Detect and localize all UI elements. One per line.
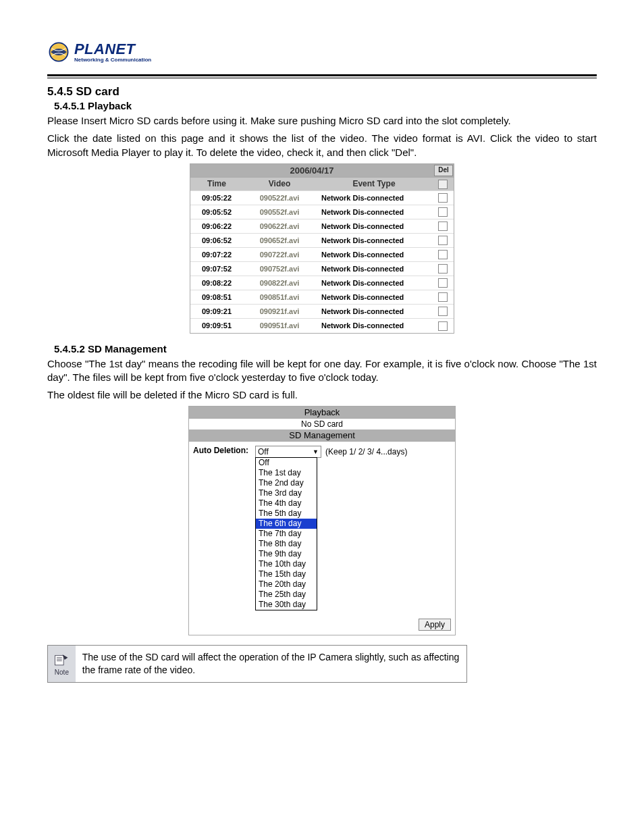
select-option[interactable]: The 1st day (256, 468, 317, 478)
select-option[interactable]: The 10th day (256, 559, 317, 569)
globe-icon (47, 41, 70, 63)
cell-checkbox (432, 248, 454, 261)
cell-checkbox (432, 191, 454, 205)
row-checkbox[interactable] (438, 321, 448, 331)
table-row: 09:09:51090951f.aviNetwork Dis-connected (190, 318, 454, 332)
cell-event: Network Dis-connected (316, 249, 432, 261)
paragraph: Click the date listed on this page and i… (47, 132, 597, 159)
cell-video-link[interactable]: 090752f.avi (243, 263, 316, 275)
table-row: 09:07:22090722f.aviNetwork Dis-connected (190, 247, 454, 261)
cell-video-link[interactable]: 090522f.avi (243, 192, 316, 204)
row-checkbox[interactable] (438, 292, 448, 302)
cell-time: 09:06:22 (190, 220, 243, 232)
cell-event: Network Dis-connected (316, 234, 432, 246)
del-button[interactable]: Del (434, 165, 453, 176)
row-checkbox[interactable] (438, 236, 448, 245)
playback-date: 2006/04/17 (190, 164, 433, 177)
select-option[interactable]: The 20th day (256, 579, 317, 590)
auto-deletion-select[interactable]: Off ▼ (255, 446, 321, 458)
note-text: The use of the SD card will affect the o… (76, 646, 466, 682)
panel-title-playback[interactable]: Playback (189, 407, 455, 419)
cell-video-link[interactable]: 090552f.avi (243, 206, 316, 218)
no-sd-text: No SD card (189, 419, 455, 429)
heading-sd-card: 5.4.5 SD card (47, 85, 597, 99)
table-row: 09:08:22090822f.aviNetwork Dis-connected (190, 276, 454, 290)
cell-time: 09:08:22 (190, 277, 243, 289)
select-value: Off (258, 447, 269, 457)
table-row: 09:06:52090652f.aviNetwork Dis-connected (190, 233, 454, 247)
table-row: 09:05:52090552f.aviNetwork Dis-connected (190, 205, 454, 219)
cell-checkbox (432, 205, 454, 219)
cell-video-link[interactable]: 090822f.avi (243, 277, 316, 289)
divider (47, 78, 597, 78)
cell-time: 09:07:22 (190, 249, 243, 261)
row-checkbox[interactable] (438, 307, 448, 316)
select-option[interactable]: The 25th day (256, 590, 317, 600)
auto-deletion-options[interactable]: OffThe 1st dayThe 2nd dayThe 3rd dayThe … (255, 457, 317, 610)
cell-video-link[interactable]: 090622f.avi (243, 220, 316, 232)
cell-time: 09:09:51 (190, 319, 243, 332)
cell-checkbox (432, 262, 454, 276)
cell-checkbox (432, 290, 454, 304)
note-label: Note (55, 669, 69, 676)
cell-video-link[interactable]: 090652f.avi (243, 234, 316, 246)
select-all-checkbox[interactable] (438, 180, 448, 189)
cell-checkbox (432, 319, 454, 332)
select-option[interactable]: The 4th day (256, 498, 317, 509)
cell-event: Network Dis-connected (316, 277, 432, 289)
cell-time: 09:05:52 (190, 206, 243, 218)
table-row: 09:07:52090752f.aviNetwork Dis-connected (190, 261, 454, 276)
cell-video-link[interactable]: 090951f.avi (243, 319, 316, 332)
cell-video-link[interactable]: 090722f.avi (243, 249, 316, 261)
select-option[interactable]: The 9th day (256, 549, 317, 559)
cell-event: Network Dis-connected (316, 220, 432, 232)
note-box: Note The use of the SD card will affect … (47, 645, 467, 683)
cell-video-link[interactable]: 090921f.avi (243, 305, 316, 317)
apply-button[interactable]: Apply (419, 619, 451, 631)
table-row: 09:09:21090921f.aviNetwork Dis-connected (190, 304, 454, 318)
svg-rect-1 (55, 655, 64, 664)
select-option[interactable]: The 30th day (256, 600, 317, 610)
col-header-checkbox (432, 178, 454, 190)
select-option[interactable]: Off (256, 458, 317, 468)
cell-event: Network Dis-connected (316, 319, 432, 332)
table-row: 09:05:22090522f.aviNetwork Dis-connected (190, 190, 454, 205)
cell-checkbox (432, 219, 454, 233)
cell-event: Network Dis-connected (316, 206, 432, 218)
row-checkbox[interactable] (438, 193, 448, 203)
divider (47, 74, 597, 76)
col-header-event: Event Type (316, 178, 432, 190)
select-option[interactable]: The 2nd day (256, 478, 317, 488)
cell-time: 09:08:51 (190, 291, 243, 303)
note-icon (53, 652, 70, 667)
auto-deletion-hint: (Keep 1/ 2/ 3/ 4...days) (325, 447, 407, 457)
col-header-video: Video (243, 178, 316, 190)
cell-event: Network Dis-connected (316, 192, 432, 204)
cell-video-link[interactable]: 090851f.avi (243, 291, 316, 303)
cell-event: Network Dis-connected (316, 263, 432, 275)
select-option[interactable]: The 15th day (256, 569, 317, 579)
paragraph: Choose "The 1st day" means the recoding … (47, 357, 597, 385)
row-checkbox[interactable] (438, 278, 448, 288)
col-header-time: Time (190, 178, 243, 190)
auto-deletion-label: Auto Deletion: (193, 446, 248, 455)
row-checkbox[interactable] (438, 221, 448, 231)
heading-playback: 5.4.5.1 Playback (54, 100, 597, 111)
select-option[interactable]: The 6th day (256, 519, 317, 529)
select-option[interactable]: The 7th day (256, 529, 317, 539)
cell-checkbox (432, 234, 454, 247)
brand-name: PLANET (74, 42, 151, 57)
cell-time: 09:06:52 (190, 234, 243, 246)
chevron-down-icon: ▼ (313, 449, 319, 455)
row-checkbox[interactable] (438, 207, 448, 217)
brand-tagline: Networking & Communication (74, 57, 151, 63)
paragraph: Please Insert Micro SD cards before usin… (47, 114, 597, 128)
row-checkbox[interactable] (438, 264, 448, 273)
select-option[interactable]: The 8th day (256, 539, 317, 549)
select-option[interactable]: The 3rd day (256, 488, 317, 498)
heading-sd-management: 5.4.5.2 SD Management (54, 343, 597, 355)
paragraph: The oldest file will be deleted if the M… (47, 388, 597, 402)
select-option[interactable]: The 5th day (256, 509, 317, 519)
row-checkbox[interactable] (438, 250, 448, 259)
panel-title-sd-management[interactable]: SD Management (189, 429, 455, 442)
